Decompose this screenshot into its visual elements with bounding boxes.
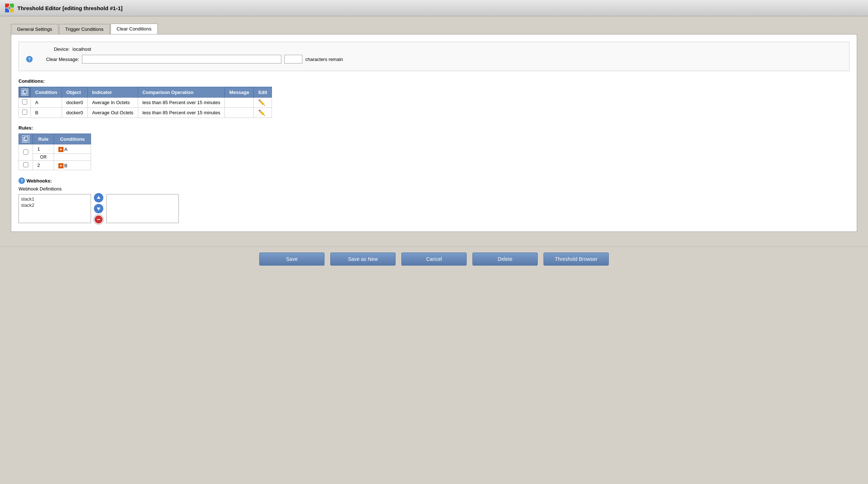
row2-message: [225, 108, 254, 118]
clear-message-row: ? Clear Message: characters remain: [26, 55, 842, 63]
clear-message-label: Clear Message:: [36, 57, 79, 62]
rules-col-rule: Rule: [33, 134, 54, 144]
conditions-table: Condition Object Indicator Comparison Op…: [18, 87, 272, 118]
table-row: A docker0 Average In Octets less than 85…: [19, 98, 272, 108]
or-spacer: [54, 154, 91, 161]
conditions-col-object: Object: [62, 87, 87, 98]
rule2-num: 2: [33, 161, 54, 170]
rule1-checkbox[interactable]: [23, 149, 28, 155]
device-label: Device:: [26, 46, 70, 52]
delete-button[interactable]: Delete: [472, 253, 538, 266]
row2-condition: B: [31, 108, 62, 118]
webhook-selected-list[interactable]: [106, 194, 179, 223]
threshold-browser-button[interactable]: Threshold Browser: [543, 253, 609, 266]
row2-check[interactable]: [19, 108, 31, 118]
webhooks-title-row: ? Webhooks:: [18, 177, 850, 184]
condition-badge-a: ■ A: [58, 147, 67, 152]
device-section: Device: localhost ? Clear Message: chara…: [18, 42, 850, 71]
row1-edit-icon[interactable]: ✏️: [258, 99, 265, 106]
rules-table: Rule Conditions 1 ■ A: [18, 134, 91, 170]
webhook-controls: [94, 193, 103, 224]
tab-trigger-conditions[interactable]: Trigger Conditions: [59, 24, 110, 34]
row1-checkbox[interactable]: [22, 99, 27, 104]
tab-general-settings[interactable]: General Settings: [11, 24, 58, 34]
conditions-col-indicator: Indicator: [87, 87, 138, 98]
row2-comparison: less than 85 Percent over 15 minutes: [138, 108, 225, 118]
rules-title: Rules:: [18, 125, 850, 131]
list-item[interactable]: slack1: [20, 196, 89, 202]
chars-remain-label: characters remain: [305, 57, 343, 62]
condition-a-icon: ■: [58, 147, 63, 152]
svg-rect-9: [25, 137, 28, 140]
rules-section: Rules: Rule Condition: [18, 125, 850, 170]
webhooks-help-icon[interactable]: ?: [18, 177, 25, 184]
row1-comparison: less than 85 Percent over 15 minutes: [138, 98, 225, 108]
chars-remain-box: [284, 55, 302, 63]
tab-clear-conditions[interactable]: Clear Conditions: [111, 24, 158, 34]
row2-edit-icon[interactable]: ✏️: [258, 110, 265, 116]
conditions-col-edit: Edit: [254, 87, 272, 98]
row1-message: [225, 98, 254, 108]
main-content: General Settings Trigger Conditions Clea…: [0, 16, 868, 239]
webhook-back-button[interactable]: [94, 204, 103, 213]
row1-object: docker0: [62, 98, 87, 108]
copy-icon-conditions[interactable]: [21, 89, 28, 96]
save-as-new-button[interactable]: Save as New: [330, 253, 396, 266]
row2-object: docker0: [62, 108, 87, 118]
conditions-title: Conditions:: [18, 78, 850, 84]
rule1-num: 1: [33, 144, 54, 154]
row1-edit[interactable]: ✏️: [254, 98, 272, 108]
save-button[interactable]: Save: [259, 253, 325, 266]
rules-col-check: [19, 134, 33, 144]
condition-b-icon: ■: [58, 163, 63, 168]
webhook-remove-button[interactable]: [94, 215, 103, 224]
title-bar: Threshold Editor [editing threshold #1-1…: [0, 0, 868, 16]
conditions-col-comparison: Comparison Operation: [138, 87, 225, 98]
row2-edit[interactable]: ✏️: [254, 108, 272, 118]
row1-check[interactable]: [19, 98, 31, 108]
rules-col-conditions: Conditions: [54, 134, 91, 144]
tab-bar: General Settings Trigger Conditions Clea…: [11, 24, 857, 34]
window-title: Threshold Editor [editing threshold #1-1…: [17, 5, 123, 11]
condition-b-label: B: [64, 163, 67, 168]
rule-row-2: 2 ■ B: [19, 161, 91, 170]
row1-condition: A: [31, 98, 62, 108]
webhook-add-button[interactable]: [94, 193, 103, 202]
rule2-checkbox[interactable]: [23, 162, 28, 167]
svg-point-5: [8, 7, 11, 9]
app-icon: [4, 3, 15, 13]
condition-badge-b: ■ B: [58, 163, 67, 168]
row2-checkbox[interactable]: [22, 110, 27, 115]
conditions-section: Conditions: Condition: [18, 78, 850, 118]
device-value: localhost: [73, 46, 91, 52]
copy-icon-rules[interactable]: [22, 135, 29, 143]
clear-message-help-icon[interactable]: ?: [26, 56, 33, 62]
table-row: B docker0 Average Out Octets less than 8…: [19, 108, 272, 118]
conditions-col-check: [19, 87, 31, 98]
webhook-definitions-list[interactable]: slack1 slack2: [18, 194, 91, 223]
svg-rect-7: [24, 90, 27, 94]
webhook-layout: slack1 slack2: [18, 193, 850, 224]
cancel-button[interactable]: Cancel: [401, 253, 467, 266]
webhooks-section: ? Webhooks: Webhook Definitions slack1 s…: [18, 177, 850, 224]
rule-row-1: 1 ■ A: [19, 144, 91, 154]
webhook-defs-label: Webhook Definitions: [18, 186, 850, 192]
rule2-condition: ■ B: [54, 161, 91, 170]
rule2-check[interactable]: [19, 161, 33, 170]
clear-message-input[interactable]: [82, 55, 281, 63]
or-label: OR: [33, 154, 54, 161]
condition-a-label: A: [64, 147, 67, 152]
conditions-col-message: Message: [225, 87, 254, 98]
webhooks-title-text: Webhooks:: [26, 178, 52, 184]
rule1-check[interactable]: [19, 144, 33, 161]
list-item[interactable]: slack2: [20, 202, 89, 208]
conditions-col-condition: Condition: [31, 87, 62, 98]
rule1-condition: ■ A: [54, 144, 91, 154]
device-row: Device: localhost: [26, 46, 842, 52]
row2-indicator: Average Out Octets: [87, 108, 138, 118]
row1-indicator: Average In Octets: [87, 98, 138, 108]
content-panel: Device: localhost ? Clear Message: chara…: [11, 34, 857, 232]
bottom-bar: Save Save as New Cancel Delete Threshold…: [0, 246, 868, 271]
